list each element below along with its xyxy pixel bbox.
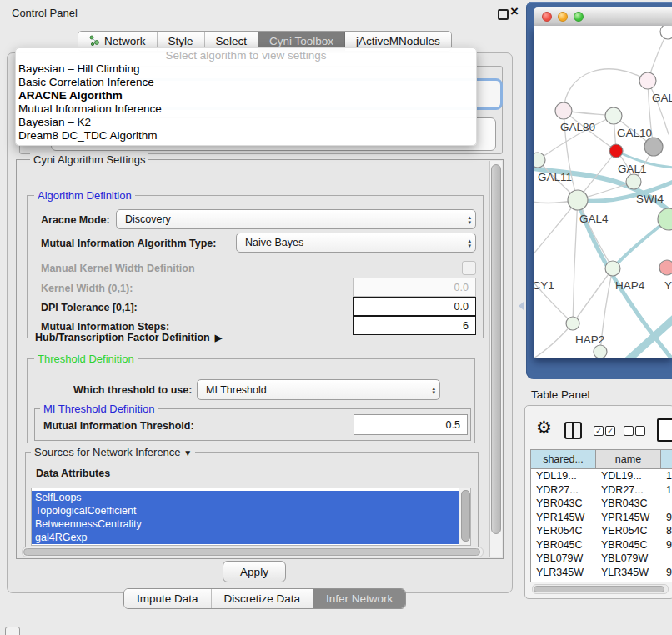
table-cell[interactable]: YBR043C	[531, 497, 596, 511]
bottom-tab-discretize-data[interactable]: Discretize Data	[212, 589, 314, 608]
table-cell[interactable]: YPR145W	[531, 511, 596, 525]
network-node[interactable]	[568, 190, 588, 210]
which-threshold-select[interactable]: MI Threshold ▴▾	[197, 379, 440, 400]
network-edge[interactable]	[573, 200, 578, 323]
list-item[interactable]: SelfLoops	[32, 491, 459, 504]
checked-box-icon[interactable]: ✓	[594, 426, 604, 436]
float-panel-icon[interactable]	[498, 9, 509, 20]
network-node[interactable]	[626, 174, 641, 189]
dropdown-item[interactable]: ARACNE Algorithm	[16, 89, 476, 102]
settings-vertical-scrollbar[interactable]	[489, 161, 502, 558]
network-node[interactable]	[555, 102, 572, 119]
close-window-icon[interactable]	[542, 12, 552, 22]
table-cell[interactable]: YLR345W	[531, 566, 596, 580]
network-node[interactable]	[594, 345, 607, 358]
network-node[interactable]	[659, 260, 672, 275]
network-edge[interactable]	[534, 323, 573, 358]
network-edge[interactable]	[573, 268, 613, 323]
table-cell[interactable]	[661, 497, 672, 511]
table-horizontal-scrollbar[interactable]	[532, 584, 669, 594]
table-cell[interactable]: YIL052C	[596, 579, 661, 582]
network-node[interactable]	[644, 138, 663, 156]
table-cell[interactable]: YBL079W	[596, 552, 661, 566]
network-edge[interactable]	[534, 268, 573, 323]
settings-hscroll-thumb[interactable]	[23, 548, 480, 556]
settings-vscroll-thumb[interactable]	[491, 164, 501, 534]
zoom-window-icon[interactable]	[574, 12, 584, 22]
hub-definition-expander[interactable]: Hub/Transcription Factor Definition▶	[35, 332, 222, 343]
list-item[interactable]: TopologicalCoefficient	[32, 504, 459, 518]
column-header[interactable]: shared...	[531, 450, 596, 468]
file-icon[interactable]	[657, 418, 672, 442]
table-cell[interactable]: YPR145W	[596, 511, 661, 525]
network-node[interactable]	[605, 108, 622, 124]
table-cell[interactable]: YDR27...	[596, 483, 661, 498]
table-cell[interactable]: YER054C	[531, 524, 596, 538]
list-scrollbar[interactable]	[459, 488, 470, 545]
apply-button[interactable]: Apply	[223, 561, 286, 582]
aracne-mode-select[interactable]: Discovery ▴▾	[116, 209, 476, 229]
mi-threshold-field[interactable]: 0.5	[354, 414, 468, 435]
table-cell[interactable]: YLR345W	[596, 566, 661, 580]
network-view-frame[interactable]: GALGAL80GAL10GAL1GAL11SWI4GAL4GCY1HAP4YH…	[526, 2, 672, 379]
network-node[interactable]	[605, 261, 620, 276]
gear-icon[interactable]: ⚙	[536, 418, 552, 437]
list-item[interactable]: BetweennessCentrality	[32, 518, 459, 531]
dropdown-item[interactable]: Basic Correlation Inference	[16, 76, 476, 89]
manual-kernel-checkbox[interactable]	[462, 261, 476, 275]
dpi-tolerance-field[interactable]: 0.0	[353, 297, 476, 316]
network-node[interactable]	[609, 144, 623, 158]
table-cell[interactable]: YBL079W	[531, 552, 596, 566]
sources-group-title[interactable]: Sources for Network Inference ▼	[31, 446, 195, 458]
table-row[interactable]: YPR145WYPR145W9.	[531, 511, 672, 525]
table-row[interactable]: YIL052CYIL052C8.	[531, 579, 672, 582]
table-cell[interactable]: YBR045C	[531, 538, 596, 552]
network-window-titlebar[interactable]	[534, 8, 672, 27]
list-scrollbar-thumb[interactable]	[461, 490, 470, 542]
list-item[interactable]: gal4RGexp	[32, 531, 459, 544]
minimize-window-icon[interactable]	[558, 12, 568, 22]
table-row[interactable]: YER054CYER054C8.	[531, 524, 672, 538]
table-row[interactable]: YBR043CYBR043C	[531, 497, 672, 511]
table-row[interactable]: YBR045CYBR045C9.	[531, 538, 672, 552]
table-cell[interactable]: YBR043C	[596, 497, 661, 511]
table-cell[interactable]: 9.	[661, 566, 672, 580]
table-cell[interactable]: YDR27...	[531, 483, 596, 498]
table-cell[interactable]: 12	[661, 483, 672, 498]
table-cell[interactable]: YDL19...	[596, 469, 661, 483]
dropdown-item[interactable]: Bayesian – Hill Climbing	[16, 62, 476, 76]
network-node[interactable]	[660, 26, 672, 39]
table-cell[interactable]: YDL19...	[531, 469, 596, 483]
table-cell[interactable]: 9.	[661, 538, 672, 552]
table-cell[interactable]: 13	[661, 469, 672, 483]
network-edge[interactable]	[534, 200, 578, 268]
close-panel-icon[interactable]: ×	[510, 3, 519, 20]
table-row[interactable]: YDL19...YDL19...13	[531, 469, 672, 483]
mi-steps-field[interactable]: 6	[353, 316, 476, 335]
mi-algorithm-type-select[interactable]: Naive Bayes ▴▾	[236, 232, 476, 252]
network-canvas[interactable]: GALGAL80GAL10GAL1GAL11SWI4GAL4GCY1HAP4YH…	[534, 26, 672, 358]
table-cell[interactable]: YIL052C	[531, 579, 596, 582]
unchecked-box-icon[interactable]	[635, 426, 645, 436]
table-cell[interactable]: YBR045C	[596, 538, 661, 552]
dropdown-item[interactable]: Mutual Information Inference	[16, 102, 476, 116]
network-node[interactable]	[534, 152, 545, 168]
table-row[interactable]: YBL079WYBL079W	[531, 552, 672, 566]
kernel-width-field[interactable]: 0.0	[353, 278, 476, 297]
table-row[interactable]: YLR345WYLR345W9.	[531, 566, 672, 580]
table-cell[interactable]: YER054C	[596, 524, 661, 538]
column-header[interactable]: name	[596, 450, 661, 468]
table-row[interactable]: YDR27...YDR27...12	[531, 483, 672, 498]
table-cell[interactable]: 8.	[661, 579, 672, 582]
bottom-tab-infer-network[interactable]: Infer Network	[313, 589, 405, 608]
table-hscroll-thumb[interactable]	[534, 586, 664, 592]
table-cell[interactable]: 8.	[661, 524, 672, 538]
bottom-tab-impute-data[interactable]: Impute Data	[124, 589, 212, 608]
unchecked-box-icon[interactable]	[624, 426, 634, 436]
dropdown-item[interactable]: Bayesian – K2	[16, 116, 476, 129]
columns-icon[interactable]	[564, 422, 582, 439]
table-cell[interactable]	[661, 552, 672, 566]
dropdown-item[interactable]: Dream8 DC_TDC Algorithm	[16, 129, 476, 142]
panel-splitter-grip[interactable]	[519, 302, 524, 310]
table-cell[interactable]: 9.	[661, 511, 672, 525]
